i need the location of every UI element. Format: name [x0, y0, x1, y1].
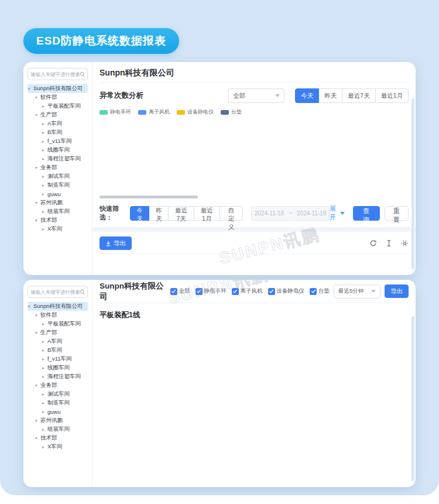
legend-swatch [138, 110, 146, 115]
chart-legend[interactable] [262, 328, 409, 335]
tree-node-leaf[interactable]: ▸X车间 [28, 225, 88, 234]
filter-checkbox[interactable]: 台垫 [310, 287, 330, 295]
quick-filter-tab[interactable]: 昨天 [149, 206, 169, 221]
tree-node-group[interactable]: ▾业务部 [28, 381, 88, 390]
sidebar-search-input[interactable] [30, 289, 80, 295]
legend-swatch [221, 110, 229, 115]
quick-filter-tab[interactable]: 最近1月 [194, 206, 220, 221]
tree-node-root[interactable]: ▾Sunpn科技有限公司 [28, 302, 88, 311]
tree-node-group[interactable]: ▾业务部 [28, 163, 88, 172]
panel-vertical-scrollbar[interactable] [411, 316, 414, 481]
range-tab[interactable]: 最近1月 [375, 88, 409, 103]
range-tab[interactable]: 最近7天 [342, 88, 375, 103]
tree-node-leaf[interactable]: ▸guwu [28, 190, 88, 198]
tree-node-label: B车间 [47, 347, 62, 354]
export-button[interactable]: 导出 [385, 284, 409, 298]
tree-node-leaf[interactable]: ▸制造车间 [28, 399, 88, 407]
sidebar-search-input[interactable] [30, 71, 80, 77]
caret-down-icon: ▾ [35, 200, 40, 205]
caret-right-icon: ▸ [42, 121, 47, 126]
panel-vertical-scrollbar[interactable] [411, 98, 414, 269]
tree-node-group[interactable]: ▾技术部 [28, 434, 88, 443]
download-icon [105, 241, 111, 246]
chart-horizontal-scrollbar[interactable] [100, 196, 198, 198]
tree-node-group[interactable]: ▾生产部 [28, 328, 88, 337]
tree-node-group[interactable]: ▾技术部 [28, 216, 88, 225]
tree-node-leaf[interactable]: ▸A车间 [28, 119, 88, 128]
tree-node-label: 苏州讯鹏 [40, 417, 63, 424]
tree-node-leaf[interactable]: ▸f_v11车间 [28, 137, 88, 146]
divider [92, 227, 416, 232]
filter-checkbox[interactable]: 离子风机 [232, 287, 263, 295]
quick-filter-tab[interactable]: 最近7天 [168, 206, 194, 221]
checkbox-checked-icon [196, 288, 203, 295]
query-button[interactable]: 查询 [353, 206, 379, 221]
tree-node-leaf[interactable]: ▸海程注塑车间 [28, 372, 88, 381]
tree-node-leaf[interactable]: ▸B车间 [28, 346, 88, 355]
device-type-select[interactable]: 全部 [228, 88, 284, 103]
tree-node-group[interactable]: ▾生产部 [28, 111, 88, 119]
tree-node-group[interactable]: ▾苏州讯鹏 [28, 416, 88, 425]
quick-filter-tab[interactable]: 自定义 [220, 206, 243, 221]
tree-node-leaf[interactable]: ▸A车间 [28, 337, 88, 346]
expand-label: 展开 [330, 204, 338, 222]
filter-label: 离子风机 [241, 287, 263, 295]
chart-block [100, 420, 248, 487]
tree-node-leaf[interactable]: ▸平板装配车间 [28, 320, 88, 328]
reset-button[interactable]: 重置 [385, 206, 409, 221]
caret-right-icon: ▸ [42, 348, 47, 353]
export-button[interactable]: 导出 [100, 236, 132, 250]
legend-item[interactable]: 静电手环 [100, 108, 131, 116]
tree-node-leaf[interactable]: ▸线圈车间 [28, 146, 88, 155]
chart-legend[interactable] [101, 422, 248, 429]
tree-node-leaf[interactable]: ▸guwu [28, 407, 88, 416]
filter-label: 静电手环 [204, 287, 227, 295]
caret-right-icon: ▸ [42, 227, 47, 232]
caret-right-icon: ▸ [42, 409, 47, 414]
tree-node-leaf[interactable]: ▸测试车间 [28, 390, 88, 399]
tree-node-leaf[interactable]: ▸X车间 [28, 443, 88, 451]
filter-checkbox[interactable]: 设备静电仪 [268, 287, 305, 295]
chart-block [260, 326, 409, 413]
tree-node-leaf[interactable]: ▸组装车间 [28, 425, 88, 434]
expand-link[interactable]: 展开 [330, 204, 345, 222]
tree-node-leaf[interactable]: ▸B车间 [28, 128, 88, 137]
search-icon [80, 289, 85, 295]
refresh-icon[interactable] [369, 239, 377, 247]
tree-node-root[interactable]: ▾Sunpn科技有限公司 [28, 84, 88, 93]
legend-item[interactable]: 设备静电仪 [177, 108, 214, 116]
line-chart [260, 429, 409, 487]
date-range-input[interactable]: 2024-11-18 ~ 2024-11-18 [251, 206, 330, 221]
panel2-main: Sunpn科技有限公司 全部静电手环离子风机设备静电仪台垫 最近5分钟 导出 平… [92, 280, 416, 487]
tree-node-label: 组装车间 [47, 208, 70, 215]
caret-right-icon: ▸ [42, 148, 47, 153]
tree-node-leaf[interactable]: ▸测试车间 [28, 172, 88, 181]
table-toolbar: 导出 [100, 236, 409, 250]
interval-select[interactable]: 最近5分钟 [334, 284, 380, 299]
tree-node-leaf[interactable]: ▸海程注塑车间 [28, 155, 88, 163]
range-tab[interactable]: 昨天 [318, 88, 342, 103]
chart-legend[interactable] [262, 422, 409, 429]
tree-node-label: A车间 [47, 120, 62, 128]
realtime-report-panel: ▾Sunpn科技有限公司▾软件部▸平板装配车间▾生产部▸A车间▸B车间▸f_v1… [23, 280, 416, 487]
range-tab[interactable]: 今天 [295, 88, 319, 103]
filter-checkbox[interactable]: 全部 [170, 287, 190, 295]
tree-node-group[interactable]: ▾软件部 [28, 93, 88, 102]
chart-legend[interactable] [101, 328, 248, 335]
tree-node-leaf[interactable]: ▸组装车间 [28, 207, 88, 216]
tree-node-group[interactable]: ▾苏州讯鹏 [28, 198, 88, 207]
tree-node-leaf[interactable]: ▸f_v11车间 [28, 355, 88, 364]
tree-node-leaf[interactable]: ▸制造车间 [28, 181, 88, 190]
tree-node-leaf[interactable]: ▸平板装配车间 [28, 102, 88, 111]
caret-down-icon: ▾ [35, 95, 40, 100]
legend-item[interactable]: 台垫 [221, 108, 242, 116]
quick-filter-tab[interactable]: 今天 [130, 206, 150, 221]
filter-checkbox[interactable]: 静电手环 [196, 287, 227, 295]
legend-item[interactable]: 离子风机 [138, 108, 170, 116]
density-icon[interactable] [385, 239, 393, 247]
device-filter-checkboxes: 全部静电手环离子风机设备静电仪台垫 [170, 287, 330, 295]
caret-down-icon: ▾ [35, 112, 40, 118]
gear-icon[interactable] [401, 239, 409, 247]
tree-node-group[interactable]: ▾软件部 [28, 311, 88, 320]
tree-node-leaf[interactable]: ▸线圈车间 [28, 364, 88, 372]
